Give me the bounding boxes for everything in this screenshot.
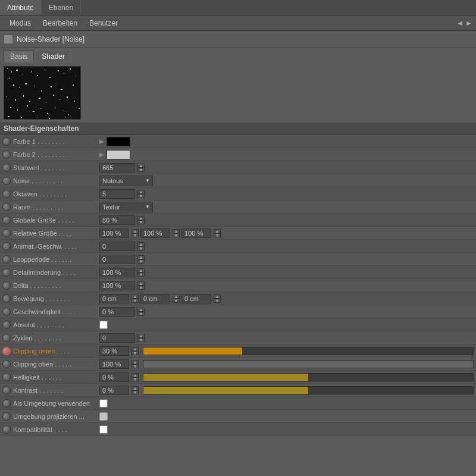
spin-up-animGesch[interactable]: ▲ <box>137 242 145 246</box>
number-input-helligkeit[interactable] <box>99 372 129 382</box>
prop-value-kontrast: ▲▼ <box>99 386 474 395</box>
spin-down-helligkeit[interactable]: ▼ <box>131 377 139 381</box>
menu-benutzer[interactable]: Benutzer <box>83 17 124 29</box>
color-swatch-farbe2[interactable] <box>107 150 130 159</box>
number-input-zyklen[interactable] <box>99 333 135 343</box>
tab-attribute[interactable]: Attribute <box>0 0 42 15</box>
properties-list: Farbe 1 . . . . . . . .▶Farbe 2 . . . . … <box>0 135 476 436</box>
tab-basis[interactable]: Basis <box>4 50 34 62</box>
checkbox-absolut[interactable] <box>99 321 108 329</box>
spin-up-relGrosse-1[interactable]: ▲ <box>173 229 180 233</box>
number-input-geschw[interactable] <box>99 307 135 317</box>
spin-up-clippingUnten[interactable]: ▲ <box>131 347 139 351</box>
spin-down-clippingOben[interactable]: ▼ <box>131 364 139 368</box>
progress-bar-helligkeit[interactable] <box>143 373 474 381</box>
spin-down-animGesch[interactable]: ▼ <box>137 246 145 250</box>
number-input-oktaven[interactable] <box>99 189 135 199</box>
progress-bar-kontrast[interactable] <box>143 386 474 394</box>
prop-value-zyklen: ▲▼ <box>99 333 474 343</box>
progress-bar-clippingUnten[interactable] <box>143 347 474 355</box>
spin-up-startwert[interactable]: ▲ <box>137 164 145 168</box>
dropdown-noise[interactable]: Nutous▼ <box>99 176 153 186</box>
menu-modus[interactable]: Modus <box>4 17 37 29</box>
number-input-animGesch[interactable] <box>99 242 135 251</box>
spin-up-loopperiode[interactable]: ▲ <box>137 255 145 259</box>
svg-rect-27 <box>39 98 40 99</box>
number-input-globalGrosse[interactable] <box>99 215 135 225</box>
number3-input-bewegung-0[interactable] <box>99 294 129 303</box>
spin-up-zyklen[interactable]: ▲ <box>137 334 145 338</box>
spin-up-globalGrosse[interactable]: ▲ <box>137 216 145 220</box>
spin-down-relGrosse-1[interactable]: ▼ <box>173 233 180 237</box>
number3-input-bewegung-2[interactable] <box>181 294 211 303</box>
prop-label-umgebungProj: Umgebung projizieren ... <box>13 413 99 420</box>
color-swatch-farbe1[interactable] <box>107 137 130 146</box>
prop-label-raum: Raum . . . . . . . . . <box>13 203 99 211</box>
number-input-loopperiode[interactable] <box>99 255 135 264</box>
menu-bearbeiten[interactable]: Bearbeiten <box>37 17 83 29</box>
spin-down-bewegung-0[interactable]: ▼ <box>131 299 139 303</box>
checkbox-kompatibil[interactable] <box>99 425 108 434</box>
dropdown-raum[interactable]: Textur▼ <box>99 202 153 212</box>
spin-up-oktaven[interactable]: ▲ <box>137 190 145 194</box>
tab-shader[interactable]: Shader <box>35 50 71 62</box>
spin-up-delta[interactable]: ▲ <box>137 281 145 286</box>
svg-rect-33 <box>10 107 11 108</box>
number-input-clippingOben[interactable] <box>99 359 129 369</box>
number-input-detailmin[interactable] <box>99 268 135 277</box>
progress-fill-clippingOben <box>143 361 473 368</box>
prop-indicator-detailmin <box>2 268 11 277</box>
spin-down-geschw[interactable]: ▼ <box>137 312 145 316</box>
spin-down-delta[interactable]: ▼ <box>137 286 145 290</box>
number3-input-relGrosse-2[interactable] <box>181 228 211 238</box>
number3-input-relGrosse-1[interactable] <box>140 228 170 238</box>
svg-rect-31 <box>67 96 68 98</box>
number-input-kontrast[interactable] <box>99 386 129 395</box>
menu-bar: Modus Bearbeiten Benutzer ◄ ► <box>0 15 476 31</box>
spin-down-oktaven[interactable]: ▼ <box>137 194 145 198</box>
prop-row-clippingUnten: Clipping unten . . . .▲▼ <box>0 345 476 358</box>
shader-icon <box>4 35 13 44</box>
spin-down-kontrast[interactable]: ▼ <box>131 390 139 394</box>
number-input-startwert[interactable] <box>99 163 135 173</box>
spin-up-bewegung-1[interactable]: ▲ <box>173 295 180 299</box>
progress-bar-clippingOben[interactable] <box>143 360 474 368</box>
spin-up-bewegung-2[interactable]: ▲ <box>214 295 221 299</box>
prop-indicator-raum <box>2 203 11 211</box>
prop-label-clippingOben: Clipping oben . . . . . <box>13 361 99 368</box>
spin-down-clippingUnten[interactable]: ▼ <box>131 351 139 355</box>
prop-value-farbe1 <box>107 137 474 146</box>
spin-up-relGrosse-2[interactable]: ▲ <box>214 229 221 233</box>
spin-up-detailmin[interactable]: ▲ <box>137 268 145 273</box>
spin-up-bewegung-0[interactable]: ▲ <box>131 295 139 299</box>
spin-up-helligkeit[interactable]: ▲ <box>131 373 139 377</box>
prop-indicator-bewegung <box>2 295 11 303</box>
prop-value-umgebungProj <box>99 412 474 421</box>
spin-down-bewegung-1[interactable]: ▼ <box>173 299 180 303</box>
number3-input-bewegung-1[interactable] <box>140 294 170 303</box>
tab-ebenen[interactable]: Ebenen <box>42 0 81 15</box>
number-input-delta[interactable] <box>99 281 135 290</box>
spin-down-globalGrosse[interactable]: ▼ <box>137 220 145 224</box>
spin-down-relGrosse-2[interactable]: ▼ <box>214 233 221 237</box>
spin-up-geschw[interactable]: ▲ <box>137 308 145 312</box>
spin-down-loopperiode[interactable]: ▼ <box>137 259 145 264</box>
prop-indicator-alsUmgebung <box>2 399 11 408</box>
number-input-clippingUnten[interactable] <box>99 346 129 356</box>
spin-down-zyklen[interactable]: ▼ <box>137 338 145 342</box>
number3-input-relGrosse-0[interactable] <box>99 228 129 238</box>
prop-row-raum: Raum . . . . . . . . .Textur▼ <box>0 201 476 214</box>
progress-fill-kontrast <box>143 387 308 394</box>
svg-rect-36 <box>33 111 35 112</box>
spin-up-kontrast[interactable]: ▲ <box>131 386 139 390</box>
spin-down-detailmin[interactable]: ▼ <box>137 273 145 277</box>
spin-up-relGrosse-0[interactable]: ▲ <box>131 229 139 233</box>
svg-rect-23 <box>6 96 7 97</box>
spin-down-relGrosse-0[interactable]: ▼ <box>131 233 139 237</box>
spin-down-bewegung-2[interactable]: ▼ <box>214 299 221 303</box>
prop-label-noise: Noise . . . . . . . . . <box>13 177 99 184</box>
checkbox-alsUmgebung[interactable] <box>99 399 108 408</box>
prop-value-animGesch: ▲▼ <box>99 242 474 251</box>
spin-up-clippingOben[interactable]: ▲ <box>131 360 139 364</box>
spin-down-startwert[interactable]: ▼ <box>137 168 145 172</box>
